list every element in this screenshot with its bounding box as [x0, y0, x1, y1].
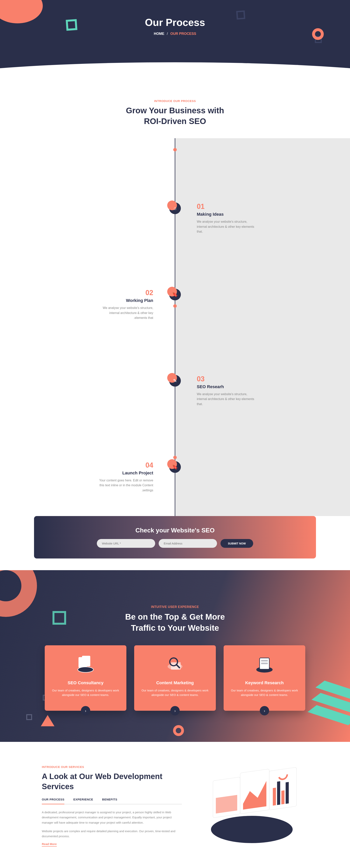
- breadcrumb-current: OUR PROCESS: [170, 32, 196, 36]
- services-para-2: Website projects are complex and require…: [42, 829, 182, 839]
- step-number: 03: [197, 375, 255, 383]
- timeline-step-2: 🔖 02 Working Plan We analyse your websit…: [88, 289, 262, 320]
- intro-section: INTRODUCE OUR PROCESS Grow Your Business…: [0, 74, 350, 138]
- timeline-dot: [173, 304, 177, 308]
- breadcrumb-sep: /: [167, 32, 168, 36]
- step-number: 02: [95, 289, 153, 297]
- card-arrow-button[interactable]: ›: [81, 706, 90, 715]
- card-title: Content Marketing: [141, 680, 209, 685]
- step-title: Launch Project: [95, 470, 153, 475]
- step-desc: We analyse your website's structure, int…: [197, 219, 255, 234]
- cta-heading: Check your Website's SEO: [42, 527, 308, 534]
- svg-point-2: [78, 667, 93, 672]
- breadcrumb-home[interactable]: HOME: [154, 32, 164, 36]
- svg-rect-1: [82, 656, 90, 666]
- svg-rect-18: [281, 790, 284, 804]
- bookmark-icon: 🔖: [169, 461, 181, 473]
- svg-rect-10: [261, 663, 268, 664]
- tab-our-process[interactable]: OUR PROCESS: [42, 798, 64, 804]
- traffic-section: Intuitive User Experience Be on the Top …: [0, 570, 350, 742]
- cta-form: SUBMIT NOW: [42, 539, 308, 548]
- svg-rect-9: [261, 660, 268, 661]
- card-desc: Our team of creatives, designers & devel…: [141, 688, 209, 697]
- step-number: 04: [95, 461, 153, 469]
- decor-arc: [0, 570, 37, 617]
- card-arrow-button[interactable]: ›: [260, 706, 269, 715]
- step-desc: We analyse your website's structure, int…: [95, 305, 153, 320]
- services-section: INTRODUCE OUR SERVICES A Look at Our Web…: [34, 742, 316, 866]
- hero: Our Process HOME / OUR PROCESS: [0, 0, 350, 74]
- breadcrumb: HOME / OUR PROCESS: [0, 32, 350, 36]
- step-desc: Your content goes here. Edit or remove t…: [95, 478, 153, 493]
- timeline-step-3: ✎ 03 SEO Researh We analyse your website…: [88, 375, 262, 407]
- services-illustration: [196, 765, 308, 847]
- service-cards: SEO Consultancy Our team of creatives, d…: [44, 645, 306, 711]
- card-content-marketing: Content Marketing Our team of creatives,…: [134, 645, 216, 711]
- read-more-link[interactable]: Read More: [42, 842, 57, 846]
- services-heading: A Look at Our Web Development Services: [42, 771, 182, 792]
- card-seo-consultancy: SEO Consultancy Our team of creatives, d…: [45, 645, 127, 711]
- card-title: SEO Consultancy: [51, 680, 120, 685]
- step-title: Making Ideas: [197, 212, 255, 217]
- magnify-icon: [164, 653, 186, 675]
- seo-check-cta: Check your Website's SEO SUBMIT NOW: [34, 516, 316, 558]
- traffic-eyebrow: Intuitive User Experience: [0, 605, 350, 609]
- timeline-start-dot: [173, 148, 177, 151]
- svg-rect-19: [286, 782, 289, 804]
- decor-triangle: [41, 715, 55, 726]
- services-tabs: OUR PROCESS EXPERIENCE BENEFITS: [42, 798, 182, 804]
- card-title: Keyword Research: [230, 680, 299, 685]
- intro-eyebrow: INTRODUCE OUR PROCESS: [0, 99, 350, 102]
- svg-rect-17: [277, 781, 280, 805]
- submit-button[interactable]: SUBMIT NOW: [220, 539, 253, 548]
- services-eyebrow: INTRODUCE OUR SERVICES: [42, 765, 182, 769]
- email-input[interactable]: [159, 539, 217, 548]
- services-para-1: A dedicated, professional project manage…: [42, 810, 182, 825]
- svg-rect-13: [216, 795, 237, 813]
- step-title: SEO Researh: [197, 384, 255, 389]
- card-arrow-button[interactable]: ›: [170, 706, 180, 715]
- decor-square: [53, 611, 66, 625]
- svg-rect-16: [273, 787, 276, 806]
- decor-ring: [173, 725, 184, 736]
- analytics-icon: [75, 653, 96, 675]
- decor-square: [26, 714, 32, 720]
- timeline-dot: [173, 456, 177, 459]
- url-input[interactable]: [97, 539, 155, 548]
- step-title: Working Plan: [95, 298, 153, 303]
- decor-zigzag: [311, 680, 350, 726]
- tab-experience[interactable]: EXPERIENCE: [73, 798, 93, 804]
- device-icon: [254, 653, 275, 675]
- step-desc: We analyse your website's structure, int…: [197, 392, 255, 407]
- svg-point-11: [211, 816, 293, 843]
- card-desc: Our team of creatives, designers & devel…: [51, 688, 120, 697]
- home-icon: ⌂: [169, 203, 181, 214]
- bookmark-icon: 🔖: [169, 289, 181, 300]
- tab-benefits[interactable]: BENEFITS: [102, 798, 117, 804]
- brush-icon: ✎: [169, 375, 181, 386]
- card-keyword-research: Keyword Research Our team of creatives, …: [223, 645, 305, 711]
- process-timeline: ⌂ 01 Making Ideas We analyse your websit…: [88, 138, 262, 516]
- card-desc: Our team of creatives, designers & devel…: [230, 688, 299, 697]
- page-title: Our Process: [0, 17, 350, 28]
- timeline-step-1: ⌂ 01 Making Ideas We analyse your websit…: [88, 203, 262, 234]
- intro-heading: Grow Your Business with ROI-Driven SEO: [0, 105, 350, 127]
- step-number: 01: [197, 203, 255, 211]
- timeline-step-4: 🔖 04 Launch Project Your content goes he…: [88, 461, 262, 493]
